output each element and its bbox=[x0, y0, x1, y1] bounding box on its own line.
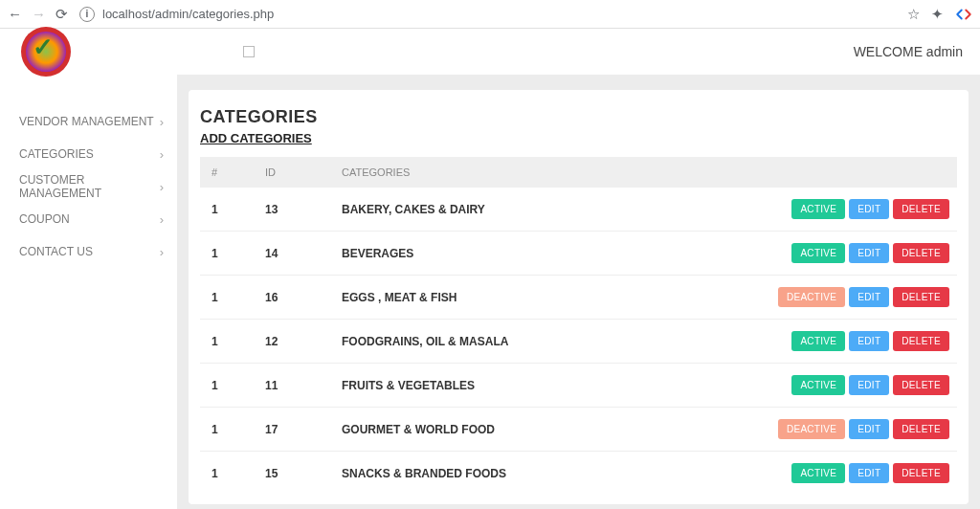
address-bar[interactable]: i localhost/admin/categories.php bbox=[79, 7, 896, 22]
edit-button[interactable]: EDIT bbox=[849, 287, 889, 307]
chevron-right-icon: › bbox=[160, 180, 164, 194]
delete-button[interactable]: DELETE bbox=[893, 419, 949, 439]
browser-bar: ← → ⟳ i localhost/admin/categories.php ☆… bbox=[0, 0, 980, 29]
edit-button[interactable]: EDIT bbox=[849, 331, 889, 351]
sidebar-item-label: COUPON bbox=[19, 212, 70, 226]
cell-num: 1 bbox=[200, 364, 257, 408]
cell-num: 1 bbox=[200, 320, 257, 364]
chevron-right-icon: › bbox=[160, 115, 164, 129]
cell-num: 1 bbox=[200, 188, 257, 232]
cell-actions: ACTIVEEDITDELETE bbox=[766, 320, 957, 364]
table-row: 113BAKERY, CAKES & DAIRYACTIVEEDITDELETE bbox=[200, 188, 957, 232]
cell-actions: DEACTIVEEDITDELETE bbox=[766, 408, 957, 452]
sidebar-item-label: CONTACT US bbox=[19, 245, 93, 258]
col-id: ID bbox=[257, 157, 334, 188]
add-categories-link[interactable]: ADD CATEGORIES bbox=[200, 131, 312, 145]
welcome-text: WELCOME admin bbox=[854, 44, 963, 59]
status-button[interactable]: ACTIVE bbox=[791, 243, 845, 263]
menu-toggle-icon[interactable] bbox=[243, 46, 255, 57]
sidebar: … VENDOR MANAGEMENT › CATEGORIES › CUSTO… bbox=[0, 75, 177, 509]
cell-name: GOURMET & WORLD FOOD bbox=[334, 408, 766, 452]
edit-button[interactable]: EDIT bbox=[849, 463, 889, 483]
cell-name: EGGS , MEAT & FISH bbox=[334, 276, 766, 320]
table-row: 112FOODGRAINS, OIL & MASALAACTIVEEDITDEL… bbox=[200, 320, 957, 364]
edit-button[interactable]: EDIT bbox=[849, 375, 889, 395]
table-row: 111FRUITS & VEGETABLESACTIVEEDITDELETE bbox=[200, 364, 957, 408]
dev-icon[interactable] bbox=[955, 8, 972, 21]
site-info-icon[interactable]: i bbox=[79, 7, 95, 22]
edit-button[interactable]: EDIT bbox=[849, 243, 889, 263]
delete-button[interactable]: DELETE bbox=[893, 463, 949, 483]
delete-button[interactable]: DELETE bbox=[893, 331, 949, 351]
cell-num: 1 bbox=[200, 408, 257, 452]
status-button[interactable]: ACTIVE bbox=[791, 199, 845, 219]
col-actions bbox=[766, 157, 957, 188]
page-title: CATEGORIES bbox=[200, 107, 957, 127]
status-button[interactable]: DEACTIVE bbox=[778, 287, 845, 307]
chevron-right-icon: › bbox=[160, 212, 164, 227]
cell-actions: DEACTIVEEDITDELETE bbox=[766, 276, 957, 320]
extensions-icon[interactable]: ✦ bbox=[931, 6, 944, 23]
cell-actions: ACTIVEEDITDELETE bbox=[766, 188, 957, 232]
cell-actions: ACTIVEEDITDELETE bbox=[766, 364, 957, 408]
cell-id: 17 bbox=[257, 408, 334, 452]
sidebar-item-label: CUSTOMER MANAGEMENT bbox=[19, 173, 160, 200]
status-button[interactable]: ACTIVE bbox=[791, 463, 845, 483]
delete-button[interactable]: DELETE bbox=[893, 243, 949, 263]
cell-id: 13 bbox=[257, 188, 334, 232]
cell-id: 11 bbox=[257, 364, 334, 408]
table-row: 117GOURMET & WORLD FOODDEACTIVEEDITDELET… bbox=[200, 408, 957, 452]
cell-id: 16 bbox=[257, 276, 334, 320]
chevron-right-icon: › bbox=[160, 245, 164, 259]
cell-name: FOODGRAINS, OIL & MASALA bbox=[334, 320, 766, 364]
edit-button[interactable]: EDIT bbox=[849, 419, 889, 439]
url-text: localhost/admin/categories.php bbox=[102, 7, 274, 21]
main-content: CATEGORIES ADD CATEGORIES # ID CATEGORIE… bbox=[177, 75, 980, 509]
browser-nav: ← → ⟳ bbox=[8, 6, 68, 23]
bookmark-icon[interactable]: ☆ bbox=[907, 6, 920, 23]
logo-check-icon: ✓ bbox=[33, 33, 54, 62]
cell-num: 1 bbox=[200, 232, 257, 276]
cell-name: SNACKS & BRANDED FOODS bbox=[334, 452, 766, 496]
browser-right: ☆ ✦ bbox=[907, 6, 972, 23]
cell-id: 12 bbox=[257, 320, 334, 364]
table-row: 115SNACKS & BRANDED FOODSACTIVEEDITDELET… bbox=[200, 452, 957, 496]
sidebar-item-customer[interactable]: CUSTOMER MANAGEMENT › bbox=[19, 170, 177, 203]
categories-table: # ID CATEGORIES 113BAKERY, CAKES & DAIRY… bbox=[200, 157, 957, 495]
cell-name: BEVERAGES bbox=[334, 232, 766, 276]
reload-icon[interactable]: ⟳ bbox=[56, 6, 68, 23]
sidebar-item-cut: … bbox=[19, 86, 177, 94]
delete-button[interactable]: DELETE bbox=[893, 375, 949, 395]
edit-button[interactable]: EDIT bbox=[849, 199, 889, 219]
col-num: # bbox=[200, 157, 257, 188]
table-row: 114BEVERAGESACTIVEEDITDELETE bbox=[200, 232, 957, 276]
table-row: 116EGGS , MEAT & FISHDEACTIVEEDITDELETE bbox=[200, 276, 957, 320]
col-cat: CATEGORIES bbox=[334, 157, 766, 188]
categories-card: CATEGORIES ADD CATEGORIES # ID CATEGORIE… bbox=[189, 90, 969, 504]
cell-actions: ACTIVEEDITDELETE bbox=[766, 232, 957, 276]
cell-actions: ACTIVEEDITDELETE bbox=[766, 452, 957, 496]
logo[interactable]: ✓ bbox=[21, 27, 71, 77]
status-button[interactable]: DEACTIVE bbox=[778, 419, 845, 439]
topbar: ✓ WELCOME admin bbox=[0, 29, 980, 75]
status-button[interactable]: ACTIVE bbox=[791, 331, 845, 351]
sidebar-item-label: CATEGORIES bbox=[19, 147, 94, 161]
cell-name: BAKERY, CAKES & DAIRY bbox=[334, 188, 766, 232]
status-button[interactable]: ACTIVE bbox=[791, 375, 845, 395]
sidebar-item-label: VENDOR MANAGEMENT bbox=[19, 115, 154, 128]
cell-num: 1 bbox=[200, 276, 257, 320]
sidebar-item-categories[interactable]: CATEGORIES › bbox=[19, 138, 177, 170]
forward-icon[interactable]: → bbox=[32, 6, 46, 23]
sidebar-item-contact[interactable]: CONTACT US › bbox=[19, 235, 177, 268]
sidebar-item-vendor[interactable]: VENDOR MANAGEMENT › bbox=[19, 105, 177, 138]
chevron-right-icon: › bbox=[160, 147, 164, 162]
cell-id: 15 bbox=[257, 452, 334, 496]
cell-name: FRUITS & VEGETABLES bbox=[334, 364, 766, 408]
cell-num: 1 bbox=[200, 452, 257, 496]
delete-button[interactable]: DELETE bbox=[893, 199, 949, 219]
delete-button[interactable]: DELETE bbox=[893, 287, 949, 307]
cell-id: 14 bbox=[257, 232, 334, 276]
sidebar-item-coupon[interactable]: COUPON › bbox=[19, 203, 177, 235]
back-icon[interactable]: ← bbox=[8, 6, 22, 23]
